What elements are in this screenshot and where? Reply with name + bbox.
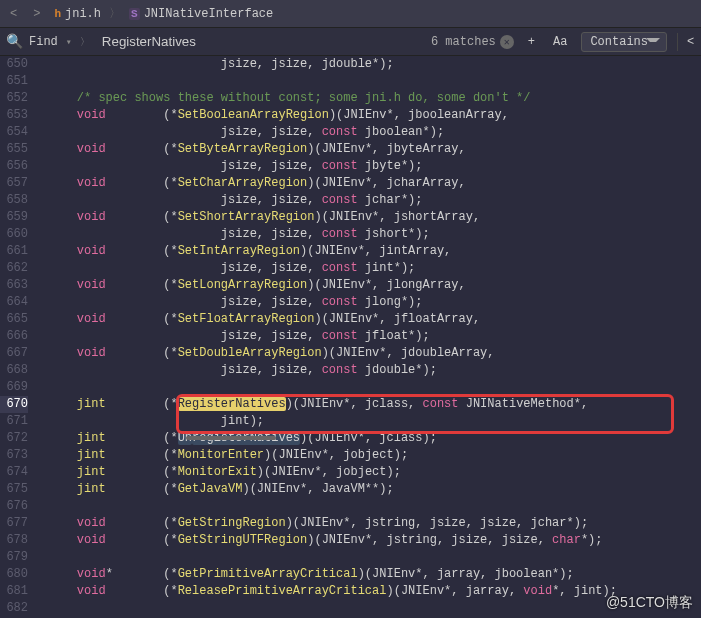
code-token: jdouble*);: [358, 363, 437, 377]
line-number: 652: [0, 90, 28, 107]
code-line[interactable]: jsize, jsize, const jboolean*);: [48, 124, 701, 141]
collapse-find-button[interactable]: <: [677, 33, 695, 51]
find-mode-label[interactable]: Find: [29, 35, 58, 49]
code-token: SetCharArrayRegion: [178, 176, 308, 190]
code-area[interactable]: jsize, jsize, jdouble*); /* spec shows t…: [36, 56, 701, 618]
line-number: 666: [0, 328, 28, 345]
code-line[interactable]: jsize, jsize, const jchar*);: [48, 192, 701, 209]
code-token: )(JNIEnv*, jfloatArray,: [314, 312, 480, 326]
code-token: const: [322, 159, 358, 173]
code-token: jint: [77, 482, 106, 496]
match-mode-dropdown[interactable]: Contains: [581, 32, 667, 52]
code-token: jsize, jsize,: [221, 329, 322, 343]
code-line[interactable]: jint (*UnregisterNatives)(JNIEnv*, jclas…: [48, 430, 701, 447]
horizontal-scroll-thumb[interactable]: [186, 436, 276, 440]
code-token: jint);: [221, 414, 264, 428]
breadcrumb-bar: < > h jni.h 〉 S JNINativeInterface: [0, 0, 701, 28]
struct-symbol-icon: S: [129, 8, 140, 20]
code-token: jbyte*);: [358, 159, 423, 173]
code-line[interactable]: jsize, jsize, const jbyte*);: [48, 158, 701, 175]
find-input[interactable]: [96, 32, 277, 51]
nav-back-button[interactable]: <: [4, 5, 23, 23]
code-token: (*: [106, 397, 178, 411]
code-line[interactable]: jint);: [48, 413, 701, 430]
line-number: 672: [0, 430, 28, 447]
line-number: 667: [0, 345, 28, 362]
code-token: void: [77, 312, 106, 326]
code-token: SetLongArrayRegion: [178, 278, 308, 292]
code-line[interactable]: void (*SetByteArrayRegion)(JNIEnv*, jbyt…: [48, 141, 701, 158]
case-sensitive-toggle[interactable]: Aa: [549, 35, 571, 49]
line-number: 671: [0, 413, 28, 430]
code-token: * (*: [106, 567, 178, 581]
code-line[interactable]: jint (*MonitorExit)(JNIEnv*, jobject);: [48, 464, 701, 481]
code-line[interactable]: void (*GetStringUTFRegion)(JNIEnv*, jstr…: [48, 532, 701, 549]
code-token: jboolean*);: [358, 125, 444, 139]
code-line[interactable]: void (*SetLongArrayRegion)(JNIEnv*, jlon…: [48, 277, 701, 294]
code-line[interactable]: jsize, jsize, const jint*);: [48, 260, 701, 277]
code-token: )(JNIEnv*, JavaVM**);: [242, 482, 393, 496]
line-number: 651: [0, 73, 28, 90]
code-line[interactable]: void (*SetCharArrayRegion)(JNIEnv*, jcha…: [48, 175, 701, 192]
chevron-down-icon[interactable]: ▾: [66, 36, 72, 48]
code-line[interactable]: jint (*GetJavaVM)(JNIEnv*, JavaVM**);: [48, 481, 701, 498]
code-line[interactable]: [48, 73, 701, 90]
line-number: 664: [0, 294, 28, 311]
code-token: )(JNIEnv*, jobject);: [264, 448, 408, 462]
code-line[interactable]: /* spec shows these without const; some …: [48, 90, 701, 107]
breadcrumb-symbol[interactable]: S JNINativeInterface: [125, 5, 277, 23]
code-token: (*: [106, 244, 178, 258]
header-file-icon: h: [54, 8, 61, 20]
line-number: 669: [0, 379, 28, 396]
code-line[interactable]: jsize, jsize, const jdouble*);: [48, 362, 701, 379]
code-line[interactable]: jsize, jsize, const jfloat*);: [48, 328, 701, 345]
watermark-label: @51CTO博客: [606, 594, 693, 612]
code-line[interactable]: jsize, jsize, jdouble*);: [48, 56, 701, 73]
code-line[interactable]: [48, 379, 701, 396]
code-token: void: [77, 176, 106, 190]
code-line[interactable]: void* (*GetPrimitiveArrayCritical)(JNIEn…: [48, 566, 701, 583]
code-token: (*: [106, 312, 178, 326]
breadcrumb-separator: 〉: [109, 5, 121, 22]
clear-search-button[interactable]: ✕: [500, 35, 514, 49]
line-number: 673: [0, 447, 28, 464]
line-number: 659: [0, 209, 28, 226]
code-line[interactable]: void (*SetShortArrayRegion)(JNIEnv*, jsh…: [48, 209, 701, 226]
code-token: void: [77, 567, 106, 581]
code-token: (*: [106, 176, 178, 190]
breadcrumb-file[interactable]: h jni.h: [50, 5, 105, 23]
code-line[interactable]: [48, 549, 701, 566]
add-search-button[interactable]: +: [524, 35, 539, 49]
code-token: JNINativeMethod*,: [459, 397, 589, 411]
code-line[interactable]: void (*GetStringRegion)(JNIEnv*, jstring…: [48, 515, 701, 532]
code-token: )(JNIEnv*, jdoubleArray,: [322, 346, 495, 360]
code-token: jshort*);: [358, 227, 430, 241]
code-token: GetStringRegion: [178, 516, 286, 530]
code-token: const: [423, 397, 459, 411]
line-number: 658: [0, 192, 28, 209]
code-line[interactable]: void (*SetDoubleArrayRegion)(JNIEnv*, jd…: [48, 345, 701, 362]
line-number: 681: [0, 583, 28, 600]
breadcrumb-file-label: jni.h: [65, 7, 101, 21]
line-number: 670: [0, 396, 28, 413]
search-icon[interactable]: 🔍: [6, 33, 23, 50]
code-line[interactable]: void (*ReleasePrimitiveArrayCritical)(JN…: [48, 583, 701, 600]
code-token: const: [322, 193, 358, 207]
code-line[interactable]: void (*SetFloatArrayRegion)(JNIEnv*, jfl…: [48, 311, 701, 328]
editor-pane[interactable]: 6506516526536546556566576586596606616626…: [0, 56, 701, 618]
code-token: (*: [106, 210, 178, 224]
nav-forward-button[interactable]: >: [27, 5, 46, 23]
code-line[interactable]: [48, 600, 701, 617]
code-token: (*: [106, 584, 178, 598]
chevron-right-icon: 〉: [80, 35, 90, 49]
code-token: jsize, jsize,: [221, 295, 322, 309]
code-line[interactable]: void (*SetBooleanArrayRegion)(JNIEnv*, j…: [48, 107, 701, 124]
code-line[interactable]: jsize, jsize, const jshort*);: [48, 226, 701, 243]
code-line[interactable]: jsize, jsize, const jlong*);: [48, 294, 701, 311]
code-line[interactable]: [48, 498, 701, 515]
code-token: )(JNIEnv*, jarray,: [386, 584, 523, 598]
code-line[interactable]: jint (*MonitorEnter)(JNIEnv*, jobject);: [48, 447, 701, 464]
code-token: (*: [106, 346, 178, 360]
code-line[interactable]: void (*SetIntArrayRegion)(JNIEnv*, jintA…: [48, 243, 701, 260]
code-line[interactable]: jint (*RegisterNatives)(JNIEnv*, jclass,…: [48, 396, 701, 413]
